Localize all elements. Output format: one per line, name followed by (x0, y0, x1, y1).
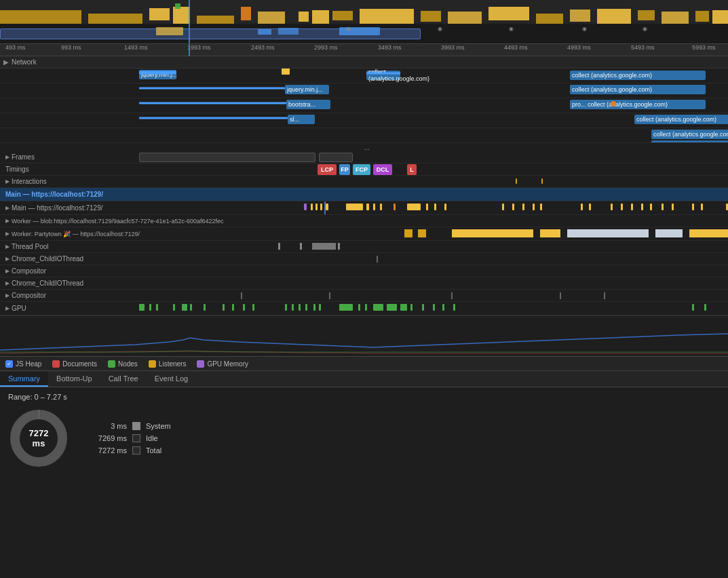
donut-label: 7272 ms (24, 428, 54, 448)
tab-event-log[interactable]: Event Log (147, 372, 197, 387)
net-bar-collect-4: pro... collect (analytics.google.com) (570, 100, 706, 109)
legend-gpu-memory[interactable]: GPU Memory (197, 360, 248, 368)
tp-bar-4 (338, 243, 340, 250)
flame-y-5 (366, 204, 369, 210)
childio1-content (136, 253, 728, 265)
stat-total-label: Total (146, 446, 161, 455)
legend-documents[interactable]: Documents (52, 360, 97, 368)
gpu-27 (442, 304, 444, 311)
net-bar-collect-2: collect (analytics.google.com) (570, 71, 706, 80)
childio2-content (136, 277, 728, 289)
flame-y-26 (692, 204, 694, 210)
gpu-6 (190, 304, 192, 311)
flame-y-24 (662, 204, 664, 210)
stat-idle-ms: 7269 ms (90, 434, 127, 442)
flame-y-14 (522, 204, 524, 210)
comp2-bar-1 (241, 292, 242, 299)
net-line-2 (366, 73, 400, 75)
net-bar-collect-7 (651, 140, 728, 142)
thread-pool-content (136, 241, 728, 252)
flame-y-7 (380, 204, 382, 210)
summary-panel: Range: 0 – 7.27 s 7272 ms 3 ms System 72… (0, 387, 728, 496)
listeners-checkbox[interactable] (149, 360, 156, 368)
legend-nodes[interactable]: Nodes (108, 360, 138, 368)
tab-summary[interactable]: Summary (0, 372, 48, 387)
cursor-line (189, 0, 190, 24)
flame-y-13 (512, 204, 514, 210)
timings-content: LCP FP FCP DCL L (136, 163, 728, 175)
tab-bottom-up[interactable]: Bottom-Up (48, 372, 100, 387)
network-row-2: jquery.min.j... collect (analytics.googl… (0, 83, 728, 98)
stat-idle-color (132, 434, 140, 442)
pt-bar-3 (452, 229, 533, 237)
timings-row: Timings LCP FP FCP DCL L (0, 163, 728, 176)
flame-y-12 (502, 204, 504, 210)
childio1-label: ▶ Chrome_ChildIOThread (0, 255, 136, 263)
bottom-tabs: Summary Bottom-Up Call Tree Event Log (0, 371, 728, 387)
thread-pool-label: ▶ Thread Pool (0, 243, 136, 250)
interaction-dot-2 (541, 178, 543, 184)
js-heap-checkbox[interactable]: ✓ (5, 360, 13, 368)
gpu-28 (453, 304, 455, 311)
cursor-line-mini (189, 24, 190, 44)
memory-svg (0, 316, 728, 357)
flame-purple-1 (304, 204, 307, 210)
net-long-1 (139, 88, 285, 90)
ruler-tick-9: 4493 ms (504, 44, 528, 51)
tracks-container: ▶ Network jquery.min.j... collect (analy… (0, 56, 728, 315)
frame-block-1 (139, 153, 315, 162)
ruler-tick-12: 5993 ms (692, 44, 716, 51)
gpu-row: ▶ GPU (0, 302, 728, 315)
flame-y-18 (589, 204, 591, 210)
net-bar-jquery: jquery.min.j... (285, 85, 329, 94)
interactions-content (136, 176, 728, 187)
stat-system-label: System (146, 422, 171, 430)
pt-bar-2 (418, 229, 426, 237)
comp2-bar-2 (329, 292, 330, 299)
pt-bar-4 (540, 229, 560, 237)
gpu-26 (433, 304, 435, 311)
compositor2-row: ▶ Compositor (0, 290, 728, 302)
flame-y-19 (611, 204, 613, 210)
cursor-ruler (189, 44, 190, 56)
gpu-20 (365, 304, 367, 311)
compositor1-content (136, 265, 728, 277)
comp2-bar-3 (451, 292, 453, 299)
frames-label: ▶ Frames (0, 153, 136, 161)
range-info: Range: 0 – 7.27 s (8, 393, 720, 401)
cio-bar-1 (377, 256, 378, 263)
documents-checkbox[interactable] (52, 360, 60, 368)
flame-y-1 (311, 204, 313, 210)
network-row-4-content: sl... collect (analytics.google.com) (136, 113, 728, 128)
network-row-1-content: jquery.min.j... collect (analytics.googl… (136, 69, 728, 83)
pt-bar-1 (404, 229, 413, 237)
stat-total-color (132, 446, 140, 455)
minimap-area[interactable]: ◉ ◉ ◉ ◉ ◉ (0, 24, 728, 44)
gpu-memory-checkbox[interactable] (197, 360, 204, 368)
gpu-label: ▶ GPU (0, 305, 136, 312)
partytown-row: ▶ Worker: Partytown 🎉 — https://localhos… (0, 227, 728, 241)
flame-y-15 (533, 204, 535, 210)
gpu-15 (305, 304, 307, 311)
flame-y-22 (641, 204, 643, 210)
flame-y-23 (650, 204, 652, 210)
documents-label: Documents (62, 360, 97, 368)
tp-bar-1 (278, 243, 280, 250)
ruler-tick-2: 993 ms (61, 44, 81, 51)
legend-js-heap[interactable]: ✓ JS Heap (5, 360, 41, 368)
gpu-content (136, 302, 728, 315)
gpu-29 (692, 304, 694, 311)
net-line-1 (139, 71, 176, 75)
flame-y-25 (672, 204, 674, 210)
ruler-tick-10: 4993 ms (567, 44, 591, 51)
legend-listeners[interactable]: Listeners (149, 360, 187, 368)
network-row-2-content: jquery.min.j... collect (analytics.googl… (136, 83, 728, 98)
childio2-label: ▶ Chrome_ChildIOThread (0, 280, 136, 287)
tab-call-tree[interactable]: Call Tree (100, 372, 147, 387)
more-indicator: ... (0, 143, 728, 151)
worker-content (224, 215, 728, 227)
main-thread-header-content (136, 188, 728, 201)
nodes-checkbox[interactable] (108, 360, 115, 368)
flame-y-16 (540, 204, 542, 210)
flame-chart-top (0, 0, 728, 24)
